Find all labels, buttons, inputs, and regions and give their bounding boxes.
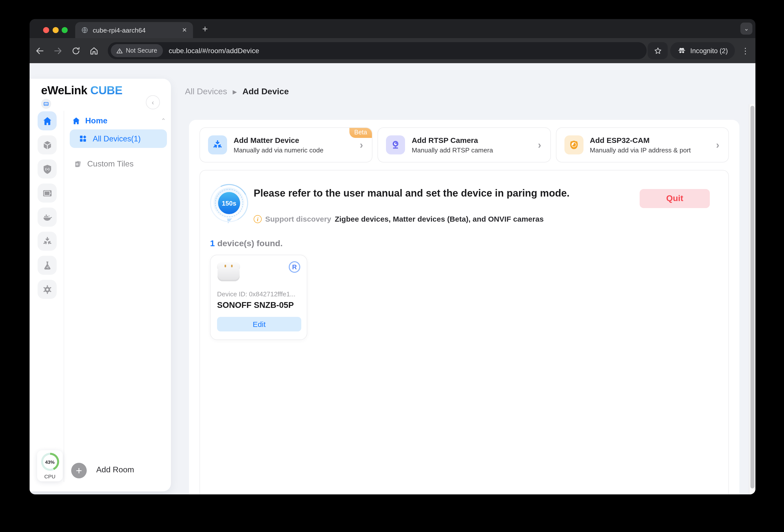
hub-status-icon	[41, 99, 51, 109]
home-nav-icon	[42, 116, 52, 126]
back-icon	[35, 46, 45, 55]
chevron-right-icon: ›	[538, 139, 541, 151]
sidebar-divider	[64, 111, 64, 482]
window-zoom-button[interactable]	[62, 27, 68, 33]
home-icon	[89, 46, 99, 55]
browser-menu-button[interactable]: ⋮	[739, 45, 751, 57]
discovered-device-card[interactable]: R Device ID: 0x842712fffe1... SONOFF SNZ…	[210, 255, 307, 340]
beta-badge: Beta	[349, 128, 372, 138]
reload-button[interactable]	[70, 45, 82, 57]
rail-item-home[interactable]	[37, 111, 57, 130]
edit-device-button[interactable]: Edit	[217, 317, 301, 331]
card-title: Add ESP32-CAM	[590, 136, 709, 144]
icon-rail	[37, 111, 58, 299]
window-minimize-button[interactable]	[53, 27, 59, 33]
sidebar: eWeLink CUBE ‹	[30, 79, 171, 492]
support-label: Support discovery	[265, 215, 331, 223]
scrollbar-thumb[interactable]	[750, 106, 754, 488]
rail-item-devices[interactable]	[37, 135, 57, 155]
card-subtitle: Manually add via numeric code	[233, 146, 353, 154]
breadcrumb-parent[interactable]: All Devices	[185, 87, 227, 97]
card-subtitle: Manually add via IP address & port	[590, 146, 709, 154]
shield-signal-icon	[42, 164, 52, 174]
sidebar-item-custom-tiles[interactable]: Custom Tiles	[74, 158, 167, 170]
card-title: Add Matter Device	[233, 136, 353, 144]
new-tab-button[interactable]: +	[199, 23, 211, 35]
not-secure-label: Not Secure	[126, 47, 157, 54]
kebab-menu-icon: ⋮	[741, 46, 749, 55]
address-bar[interactable]: Not Secure cube.local/#/room/addDevice	[108, 42, 647, 59]
support-devices: Zigbee devices, Matter devices (Beta), a…	[335, 215, 543, 223]
rail-item-docker[interactable]	[37, 207, 57, 227]
chevron-up-icon[interactable]: ⌃	[161, 117, 166, 124]
matter-icon	[208, 135, 227, 155]
docker-icon	[42, 212, 52, 222]
sidebar-item-home[interactable]: Home ⌃	[72, 115, 166, 127]
sidebar-collapse-button[interactable]: ‹	[146, 95, 160, 109]
tab-search-button[interactable]: ⌄	[740, 23, 752, 35]
globe-icon	[81, 27, 88, 34]
rail-item-settings[interactable]	[37, 280, 57, 299]
chevron-down-icon: ⌄	[744, 25, 749, 32]
device-image	[217, 262, 240, 282]
rail-item-matter[interactable]	[37, 232, 57, 251]
incognito-label: Incognito (2)	[690, 47, 728, 54]
screen: cube-rpi4-aarch64 ✕ + ⌄ Not	[0, 0, 784, 532]
breadcrumb: All Devices ▶ Add Device	[185, 87, 289, 97]
tab-strip: cube-rpi4-aarch64 ✕ + ⌄	[30, 19, 755, 38]
cube-3d-icon	[42, 140, 52, 150]
devices-found-count: 1	[210, 239, 215, 248]
cpu-usage-widget: 43% CPU	[37, 450, 63, 481]
rail-item-cast[interactable]	[37, 184, 57, 202]
window-close-button[interactable]	[43, 27, 49, 33]
back-button[interactable]	[34, 45, 46, 57]
brand-product: CUBE	[90, 84, 122, 97]
sidebar-item-all-devices[interactable]: All Devices(1)	[70, 129, 167, 148]
cpu-label: CPU	[37, 473, 63, 479]
device-name: SONOFF SNZB-05P	[217, 300, 294, 310]
browser-tab[interactable]: cube-rpi4-aarch64 ✕	[75, 22, 193, 38]
not-secure-chip[interactable]: Not Secure	[111, 44, 163, 57]
pairing-heading: Please refer to the user manual and set …	[254, 188, 569, 199]
camera-lens-icon	[564, 135, 583, 155]
card-text: Add ESP32-CAM Manually add via IP addres…	[590, 136, 709, 154]
page-scrollbar[interactable]	[749, 104, 755, 495]
incognito-badge[interactable]: Incognito (2)	[670, 42, 735, 59]
browser-toolbar: Not Secure cube.local/#/room/addDevice I…	[30, 38, 755, 63]
plus-icon: +	[76, 465, 82, 477]
devices-grid-icon	[79, 134, 87, 143]
flask-icon	[42, 260, 52, 271]
add-room-button[interactable]: +	[71, 463, 87, 478]
star-icon	[653, 46, 662, 55]
rail-item-security[interactable]	[37, 160, 57, 178]
add-rtsp-camera-card[interactable]: Add RTSP Camera Manually add RTSP camera…	[378, 128, 551, 163]
quit-button[interactable]: Quit	[640, 189, 710, 208]
sidebar-item-label: Home	[85, 116, 157, 125]
breadcrumb-current: Add Device	[242, 87, 289, 97]
bridge-device-icon	[43, 101, 49, 107]
rail-item-lab[interactable]	[37, 256, 57, 275]
card-text: Add Matter Device Manually add via numer…	[233, 136, 353, 154]
cpu-percent: 43%	[45, 459, 55, 465]
devices-found-row: 1device(s) found.	[210, 239, 283, 249]
card-title: Add RTSP Camera	[412, 136, 531, 144]
breadcrumb-arrow-icon: ▶	[232, 88, 237, 95]
url-text: cube.local/#/room/addDevice	[169, 47, 259, 55]
device-id: Device ID: 0x842712fffe1...	[217, 290, 296, 298]
tab-close-icon[interactable]: ✕	[182, 27, 187, 34]
matter-icon	[42, 236, 52, 247]
reload-icon	[71, 46, 80, 55]
chevron-left-icon: ‹	[151, 98, 154, 106]
sidebar-item-label: All Devices(1)	[93, 134, 141, 143]
bookmark-button[interactable]	[648, 42, 668, 59]
add-esp32-cam-card[interactable]: Add ESP32-CAM Manually add via IP addres…	[556, 128, 729, 163]
ewelink-cube-page: eWeLink CUBE ‹	[30, 63, 755, 495]
pairing-card: 150s Please refer to the user manual and…	[199, 170, 729, 495]
devices-found-text: device(s) found.	[217, 239, 283, 248]
chevron-right-icon: ›	[716, 139, 719, 151]
home-button[interactable]	[88, 45, 100, 57]
forward-button[interactable]	[52, 45, 64, 57]
warning-icon	[116, 47, 123, 54]
add-room-label[interactable]: Add Room	[96, 465, 134, 474]
add-matter-device-card[interactable]: Add Matter Device Manually add via numer…	[199, 128, 373, 163]
